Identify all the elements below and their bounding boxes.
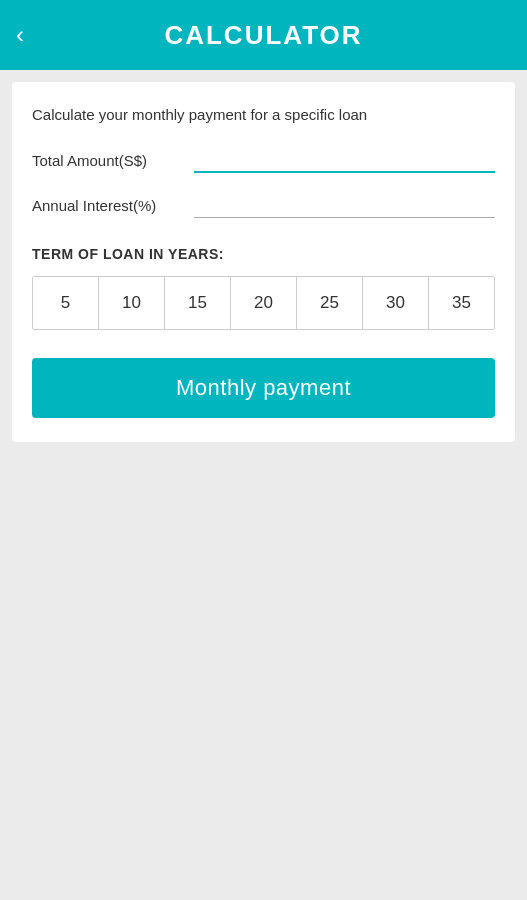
term-buttons-group: 5 10 15 20 25 30 35 [32, 276, 495, 330]
term-label: TERM OF LOAN IN YEARS: [32, 246, 495, 262]
app-header: ‹ CALCULATOR [0, 0, 527, 70]
term-btn-30[interactable]: 30 [363, 277, 429, 329]
term-btn-5[interactable]: 5 [33, 277, 99, 329]
term-btn-25[interactable]: 25 [297, 277, 363, 329]
calculator-card: Calculate your monthly payment for a spe… [12, 82, 515, 442]
total-amount-row: Total Amount(S$) [32, 147, 495, 173]
annual-interest-label: Annual Interest(%) [32, 197, 182, 218]
total-amount-input[interactable] [194, 147, 495, 173]
term-section: TERM OF LOAN IN YEARS: 5 10 15 20 25 30 … [32, 246, 495, 330]
annual-interest-row: Annual Interest(%) [32, 193, 495, 218]
annual-interest-input[interactable] [194, 193, 495, 218]
total-amount-label: Total Amount(S$) [32, 152, 182, 173]
card-subtitle: Calculate your monthly payment for a spe… [32, 106, 495, 123]
monthly-payment-button[interactable]: Monthly payment [32, 358, 495, 418]
back-button[interactable]: ‹ [16, 21, 24, 49]
content-area: Calculate your monthly payment for a spe… [0, 70, 527, 900]
term-btn-20[interactable]: 20 [231, 277, 297, 329]
back-icon: ‹ [16, 21, 24, 49]
term-btn-15[interactable]: 15 [165, 277, 231, 329]
page-title: CALCULATOR [164, 20, 362, 51]
term-btn-10[interactable]: 10 [99, 277, 165, 329]
term-btn-35[interactable]: 35 [429, 277, 494, 329]
